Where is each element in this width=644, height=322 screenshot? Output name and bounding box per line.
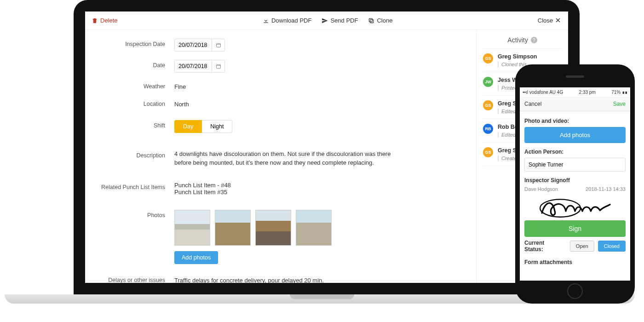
- main-area: Inspection Date Date: [85, 30, 568, 283]
- shift-label: Shift: [94, 120, 168, 129]
- signature-meta: Dave Hodgson 2018-11-13 14:33: [524, 186, 626, 192]
- svg-rect-0: [370, 19, 374, 23]
- close-icon: [555, 17, 562, 24]
- delays-label: Delays or other issues: [94, 275, 168, 283]
- phone-home-button[interactable]: [567, 283, 583, 299]
- svg-rect-1: [369, 18, 373, 22]
- phone-speaker: [566, 75, 584, 78]
- shift-day-button[interactable]: Day: [174, 120, 202, 133]
- clone-label: Clone: [377, 17, 392, 24]
- delete-button[interactable]: Delete: [92, 17, 118, 24]
- status-closed-button[interactable]: Closed: [598, 241, 626, 252]
- svg-rect-3: [216, 65, 220, 69]
- description-label: Description: [94, 150, 168, 159]
- svg-rect-2: [216, 44, 220, 47]
- close-button[interactable]: Close: [538, 17, 562, 24]
- current-status-label: Current Status:: [524, 240, 563, 253]
- inspection-date-label: Inspection Date: [94, 39, 168, 47]
- punch-item-2: Punch List Item #35: [174, 189, 467, 196]
- action-person-label: Action Person:: [524, 149, 626, 155]
- inspector-signoff-label: Inspector Signoff: [524, 177, 626, 184]
- weather-value: Fine: [174, 81, 467, 90]
- photo-thumbnail[interactable]: [255, 210, 291, 246]
- clone-button[interactable]: Clone: [368, 17, 392, 24]
- inspection-date-field[interactable]: [175, 42, 212, 48]
- photos-label: Photos: [94, 210, 168, 218]
- phone-frame: ••ıl vodafone AU 4G 2:33 pm 71% ∎∎ Cance…: [515, 64, 635, 304]
- date-input[interactable]: [174, 60, 225, 73]
- laptop-screen: Delete Download PDF Send PDF: [85, 12, 568, 283]
- clone-icon: [368, 17, 374, 24]
- status-open-button[interactable]: Open: [570, 241, 594, 252]
- send-pdf-label: Send PDF: [330, 17, 358, 24]
- toolbar: Delete Download PDF Send PDF: [85, 12, 568, 30]
- signature-time: 2018-11-13 14:33: [586, 186, 626, 192]
- carrier-label: ••ıl vodafone AU 4G: [523, 90, 563, 95]
- send-pdf-button[interactable]: Send PDF: [322, 17, 358, 24]
- phone-navbar: Cancel Save: [520, 97, 630, 111]
- add-photos-button[interactable]: Add photos: [174, 251, 218, 264]
- download-icon: [263, 17, 269, 24]
- phone-screen: ••ıl vodafone AU 4G 2:33 pm 71% ∎∎ Cance…: [520, 87, 630, 281]
- delete-label: Delete: [100, 17, 118, 24]
- activity-name: Greg Simpson: [498, 53, 537, 60]
- calendar-icon[interactable]: [212, 60, 224, 72]
- calendar-icon[interactable]: [212, 39, 224, 51]
- photo-grid: [174, 210, 467, 246]
- avatar: JW: [483, 77, 493, 87]
- statusbar-time: 2:33 pm: [579, 90, 596, 95]
- punch-item-1: Punch List Item - #48: [174, 182, 467, 189]
- download-pdf-label: Download PDF: [271, 17, 311, 24]
- statusbar-battery: 71% ∎∎: [611, 90, 627, 95]
- action-person-input[interactable]: [524, 158, 626, 172]
- download-pdf-button[interactable]: Download PDF: [263, 17, 311, 24]
- shift-segmented: Day Night: [174, 120, 232, 133]
- shift-night-button[interactable]: Night: [202, 120, 232, 133]
- form-attachments-label: Form attachments: [524, 259, 626, 265]
- location-label: Location: [94, 98, 168, 107]
- activity-heading: Activity ?: [483, 34, 562, 49]
- photo-thumbnail[interactable]: [296, 210, 332, 246]
- punch-label: Related Punch List Items: [94, 182, 168, 190]
- close-label: Close: [538, 17, 553, 24]
- help-icon[interactable]: ?: [531, 37, 537, 43]
- photo-thumbnail[interactable]: [174, 210, 210, 246]
- delays-value: Traffic delays for concrete delivery, po…: [174, 275, 467, 283]
- date-label: Date: [94, 60, 168, 69]
- trash-icon: [92, 17, 98, 24]
- phone-add-photos-button[interactable]: Add photos: [524, 127, 626, 143]
- laptop-frame: Delete Download PDF Send PDF: [74, 0, 580, 294]
- description-value: 4 downlights have discolouration on them…: [174, 150, 395, 167]
- date-field[interactable]: [175, 63, 212, 69]
- sign-button[interactable]: Sign: [524, 220, 626, 237]
- location-value: North: [174, 98, 467, 108]
- avatar: GS: [483, 53, 493, 63]
- phone-statusbar: ••ıl vodafone AU 4G 2:33 pm 71% ∎∎: [520, 87, 630, 97]
- send-icon: [322, 17, 328, 24]
- phone-cancel-button[interactable]: Cancel: [524, 101, 541, 107]
- avatar: GS: [483, 147, 493, 157]
- photo-thumbnail[interactable]: [215, 210, 251, 246]
- avatar: RB: [483, 124, 493, 134]
- inspection-date-input[interactable]: [174, 39, 225, 52]
- avatar: GS: [483, 100, 493, 110]
- phone-body: Photo and video: Add photos Action Perso…: [520, 111, 630, 281]
- signature-image: [524, 195, 626, 220]
- form-area: Inspection Date Date: [85, 30, 476, 283]
- signer-name: Dave Hodgson: [524, 186, 558, 192]
- laptop-notch: [290, 294, 354, 299]
- weather-label: Weather: [94, 81, 168, 90]
- activity-title: Activity: [507, 36, 528, 44]
- photo-video-label: Photo and video:: [524, 118, 626, 124]
- phone-save-button[interactable]: Save: [613, 101, 626, 107]
